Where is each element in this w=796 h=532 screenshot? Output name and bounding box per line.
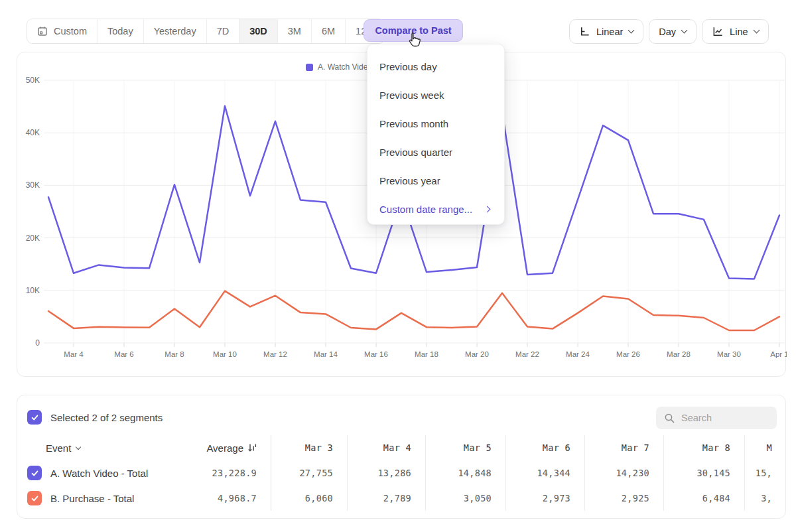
- column-header-mar-6[interactable]: Mar 6: [505, 435, 584, 460]
- chevron-down-icon: [628, 27, 635, 34]
- chart-option-buttons: Linear Day Line: [569, 19, 769, 44]
- range-today[interactable]: Today: [98, 19, 144, 43]
- calendar-icon: [37, 26, 48, 36]
- svg-text:Mar 12: Mar 12: [263, 350, 287, 358]
- scale-dropdown-button[interactable]: Linear: [569, 19, 643, 44]
- chevron-down-icon: [753, 27, 760, 34]
- range-6m[interactable]: 6M: [312, 19, 346, 43]
- select-all-checkbox[interactable]: [27, 410, 42, 425]
- cell-watch-video-mar-3: 27,755: [271, 460, 347, 486]
- cell-watch-video-mar-4: 13,286: [347, 460, 425, 486]
- svg-text:0: 0: [35, 338, 40, 348]
- menu-item-previous-week[interactable]: Previous week: [367, 81, 504, 109]
- legend-swatch-series-a: [306, 64, 313, 71]
- segments-card: Selected 2 of 2 segments Event Average: [17, 395, 786, 519]
- svg-text:Mar 14: Mar 14: [314, 350, 338, 358]
- date-range-segmented-control: Custom Today Yesterday 7D 30D 3M 6M 12M: [27, 19, 385, 44]
- svg-text:Mar 22: Mar 22: [515, 350, 539, 358]
- menu-item-custom-date-range[interactable]: Custom date range...: [367, 195, 504, 224]
- search-icon: [664, 413, 675, 424]
- range-30d-selected[interactable]: 30D: [239, 19, 278, 43]
- cell-watch-video-average: 23,228.9: [192, 460, 271, 486]
- column-header-mar-5[interactable]: Mar 5: [425, 435, 505, 460]
- column-header-mar-3[interactable]: Mar 3: [271, 435, 347, 460]
- table-row-watch-video-label: A. Watch Video - Total: [17, 460, 192, 486]
- cell-watch-video-mar-5: 14,848: [425, 460, 505, 486]
- range-custom-label: Custom: [54, 26, 87, 36]
- check-icon: [31, 494, 39, 503]
- cell-purchase-mar-8: 6,484: [663, 486, 744, 511]
- line-chart-icon: [712, 26, 724, 37]
- svg-text:Mar 24: Mar 24: [566, 350, 590, 358]
- column-header-mar-8[interactable]: Mar 8: [663, 435, 744, 460]
- insights-report-page: Custom Today Yesterday 7D 30D 3M 6M 12M …: [0, 0, 796, 532]
- svg-text:Mar 16: Mar 16: [364, 350, 388, 358]
- row-checkbox-watch-video[interactable]: [27, 466, 42, 480]
- range-custom[interactable]: Custom: [27, 19, 98, 43]
- chevron-down-icon: [681, 27, 688, 34]
- cell-watch-video-mar-8: 30,145: [663, 460, 744, 486]
- svg-text:Mar 4: Mar 4: [64, 350, 84, 358]
- table-row-purchase-label: B. Purchase - Total: [17, 486, 192, 511]
- svg-text:Mar 30: Mar 30: [717, 350, 741, 358]
- menu-item-previous-year[interactable]: Previous year: [367, 166, 504, 195]
- cell-purchase-mar-3: 6,060: [271, 486, 347, 511]
- check-icon: [31, 469, 39, 478]
- svg-text:30K: 30K: [26, 180, 40, 190]
- cell-purchase-mar-7: 2,925: [584, 486, 663, 511]
- cell-purchase-mar-6: 2,973: [505, 486, 584, 511]
- cell-purchase-average: 4,968.7: [192, 486, 271, 511]
- chart-legend: A. Watch Vide: [306, 62, 367, 72]
- svg-text:10K: 10K: [26, 286, 40, 295]
- svg-text:20K: 20K: [26, 233, 40, 243]
- svg-text:Mar 26: Mar 26: [616, 350, 640, 358]
- menu-item-previous-day[interactable]: Previous day: [367, 52, 504, 81]
- svg-text:Apr 1: Apr 1: [770, 350, 787, 358]
- check-icon: [31, 413, 39, 422]
- legend-label-series-a: A. Watch Vide: [318, 62, 367, 72]
- cell-watch-video-mar-9-clipped: 15,: [744, 460, 786, 486]
- column-header-mar-4[interactable]: Mar 4: [347, 435, 425, 460]
- interval-dropdown-button[interactable]: Day: [649, 19, 696, 44]
- column-header-mar-7[interactable]: Mar 7: [584, 435, 663, 460]
- cell-purchase-mar-9-clipped: 3,: [744, 486, 786, 511]
- svg-text:Mar 28: Mar 28: [667, 350, 691, 358]
- menu-item-previous-quarter[interactable]: Previous quarter: [367, 138, 504, 166]
- chevron-down-icon: [76, 444, 81, 449]
- range-yesterday[interactable]: Yesterday: [144, 19, 207, 43]
- svg-text:Mar 6: Mar 6: [114, 350, 133, 358]
- cell-purchase-mar-4: 2,789: [347, 486, 425, 511]
- chevron-right-icon: [484, 206, 491, 213]
- svg-text:Mar 10: Mar 10: [213, 350, 237, 358]
- segments-table: Event Average Mar 3 Mar 4 Mar 5 Mar 6 Ma…: [17, 435, 786, 511]
- range-3m[interactable]: 3M: [278, 19, 312, 43]
- sort-icon: [248, 443, 257, 452]
- svg-text:40K: 40K: [26, 128, 40, 137]
- svg-text:Mar 8: Mar 8: [165, 350, 184, 358]
- search-input[interactable]: [681, 413, 761, 423]
- cell-purchase-mar-5: 3,050: [425, 486, 505, 511]
- column-header-mar-9-clipped[interactable]: M: [744, 435, 786, 460]
- cell-watch-video-mar-7: 14,230: [584, 460, 663, 486]
- search-box[interactable]: [656, 407, 777, 429]
- row-checkbox-purchase[interactable]: [27, 491, 42, 505]
- column-header-average[interactable]: Average: [192, 435, 271, 460]
- column-header-event[interactable]: Event: [17, 435, 192, 460]
- svg-text:Mar 18: Mar 18: [415, 350, 438, 358]
- range-7d[interactable]: 7D: [207, 19, 240, 43]
- chart-type-dropdown-button[interactable]: Line: [702, 19, 768, 44]
- cell-watch-video-mar-6: 14,344: [505, 460, 584, 486]
- svg-text:50K: 50K: [26, 76, 40, 85]
- segments-header: Selected 2 of 2 segments: [27, 410, 163, 425]
- mouse-pointer-hand-cursor: [406, 32, 421, 48]
- svg-text:Mar 20: Mar 20: [465, 350, 489, 358]
- menu-item-previous-month[interactable]: Previous month: [367, 109, 504, 138]
- linear-axis-icon: [579, 26, 590, 37]
- selected-count-text: Selected 2 of 2 segments: [50, 412, 163, 423]
- compare-to-past-menu: Previous day Previous week Previous mont…: [367, 44, 505, 225]
